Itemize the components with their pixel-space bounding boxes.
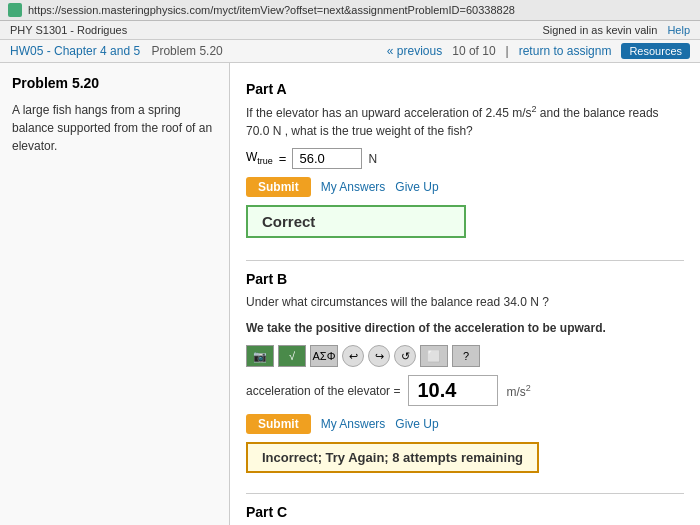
main-layout: Problem 5.20 A large fish hangs from a s… bbox=[0, 63, 700, 525]
part-a-give-up[interactable]: Give Up bbox=[395, 180, 438, 194]
equation-equals: = bbox=[279, 151, 287, 166]
part-b-submit-btn[interactable]: Submit bbox=[246, 414, 311, 434]
part-a-header: Part A bbox=[246, 81, 684, 97]
course-label: PHY S1301 - Rodrigues bbox=[10, 24, 127, 36]
browser-url: https://session.masteringphysics.com/myc… bbox=[28, 4, 515, 16]
help-link[interactable]: Help bbox=[667, 24, 690, 36]
answer-input[interactable] bbox=[408, 375, 498, 406]
toolbar-icon-undo[interactable]: ↩ bbox=[342, 345, 364, 367]
equation-label: Wtrue bbox=[246, 150, 273, 166]
part-b-header: Part B bbox=[246, 271, 684, 287]
resources-button[interactable]: Resources bbox=[621, 43, 690, 59]
part-b-instruction: We take the positive direction of the ac… bbox=[246, 319, 684, 337]
problem-description: A large fish hangs from a spring balance… bbox=[12, 101, 217, 155]
return-link[interactable]: return to assignm bbox=[519, 44, 612, 58]
part-a-equation: Wtrue = N bbox=[246, 148, 684, 169]
part-c: Part C bbox=[246, 504, 684, 520]
toolbar-icon-camera[interactable]: 📷 bbox=[246, 345, 274, 367]
toolbar-icon-redo[interactable]: ↪ bbox=[368, 345, 390, 367]
part-a-submit-btn[interactable]: Submit bbox=[246, 177, 311, 197]
browser-bar: https://session.masteringphysics.com/myc… bbox=[0, 0, 700, 21]
part-a-btn-row: Submit My Answers Give Up bbox=[246, 177, 684, 197]
toolbar-icon-help[interactable]: ? bbox=[452, 345, 480, 367]
divider-bc bbox=[246, 493, 684, 494]
part-a: Part A If the elevator has an upward acc… bbox=[246, 81, 684, 250]
part-c-header: Part C bbox=[246, 504, 684, 520]
pagination: 10 of 10 bbox=[452, 44, 495, 58]
nav-right: « previous 10 of 10 | return to assignm … bbox=[387, 43, 690, 59]
equation-unit: N bbox=[368, 152, 377, 166]
part-b-give-up[interactable]: Give Up bbox=[395, 417, 438, 431]
nav-bar: HW05 - Chapter 4 and 5 Problem 5.20 « pr… bbox=[0, 40, 700, 63]
part-b-btn-row: Submit My Answers Give Up bbox=[246, 414, 684, 434]
part-b: Part B Under what circumstances will the… bbox=[246, 271, 684, 483]
divider-ab bbox=[246, 260, 684, 261]
browser-favicon bbox=[8, 3, 22, 17]
top-bar: PHY S1301 - Rodrigues Signed in as kevin… bbox=[0, 21, 700, 40]
breadcrumb-hw05[interactable]: HW05 - Chapter 4 and 5 bbox=[10, 44, 140, 58]
signed-in-text: Signed in as kevin valin bbox=[542, 24, 657, 36]
answer-label: acceleration of the elevator = bbox=[246, 384, 400, 398]
equation-input[interactable] bbox=[292, 148, 362, 169]
part-b-my-answers[interactable]: My Answers bbox=[321, 417, 386, 431]
part-a-my-answers[interactable]: My Answers bbox=[321, 180, 386, 194]
part-b-answer-row: acceleration of the elevator = m/s2 bbox=[246, 375, 684, 406]
breadcrumb-problem: Problem 5.20 bbox=[151, 44, 222, 58]
toolbar-icon-sqrt[interactable]: √ bbox=[278, 345, 306, 367]
answer-unit: m/s2 bbox=[506, 383, 530, 399]
toolbar-icon-symbols[interactable]: ΑΣΦ bbox=[310, 345, 338, 367]
left-panel: Problem 5.20 A large fish hangs from a s… bbox=[0, 63, 230, 525]
prev-link[interactable]: « previous bbox=[387, 44, 442, 58]
part-b-toolbar: 📷 √ ΑΣΦ ↩ ↪ ↺ ⬜ ? bbox=[246, 345, 684, 367]
toolbar-icon-square[interactable]: ⬜ bbox=[420, 345, 448, 367]
part-b-question: Under what circumstances will the balanc… bbox=[246, 293, 684, 311]
right-panel: Part A If the elevator has an upward acc… bbox=[230, 63, 700, 525]
toolbar-icon-refresh[interactable]: ↺ bbox=[394, 345, 416, 367]
part-a-result: Correct bbox=[246, 205, 466, 238]
breadcrumb: HW05 - Chapter 4 and 5 Problem 5.20 bbox=[10, 44, 223, 58]
problem-title: Problem 5.20 bbox=[12, 75, 217, 91]
part-a-question: If the elevator has an upward accelerati… bbox=[246, 103, 684, 140]
part-b-result: Incorrect; Try Again; 8 attempts remaini… bbox=[246, 442, 539, 473]
